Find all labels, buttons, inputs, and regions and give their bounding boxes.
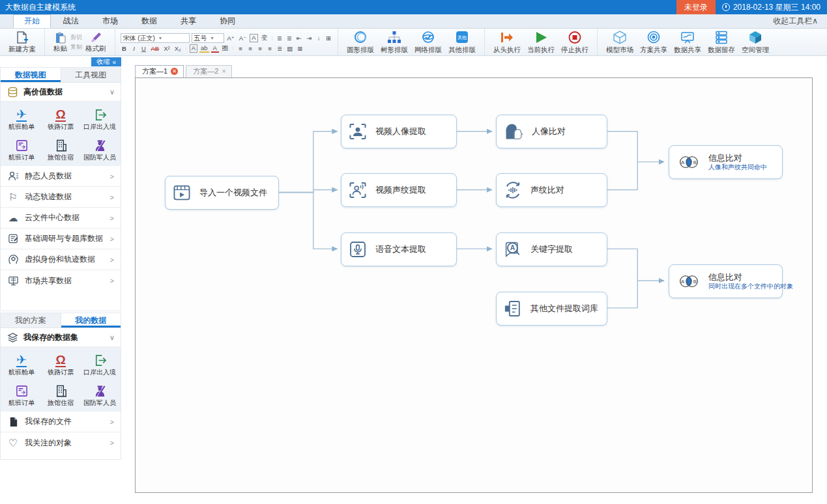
node-keyword-extract[interactable]: A 关键字提取 — [496, 232, 607, 266]
plan-tab-2[interactable]: 方案—2 ✕ — [186, 65, 232, 77]
new-plan-button[interactable]: 新建方案 — [5, 31, 39, 53]
dataset-border-entry[interactable]: 口岸出入境 — [80, 350, 119, 378]
menu-tab-tactics[interactable]: 战法 — [52, 14, 90, 28]
outdent-button[interactable]: ⇤ — [295, 35, 303, 42]
menu-tab-data[interactable]: 数据 — [130, 14, 168, 28]
run-from-start-button[interactable]: 从头执行 — [490, 30, 524, 54]
dataset-flight-order[interactable]: ✈ 航班订单 — [2, 380, 41, 409]
char-shading-button[interactable]: 圈 — [221, 44, 230, 53]
superscript-button[interactable]: X² — [162, 45, 171, 52]
tab-tool-view[interactable]: 工具视图 — [61, 68, 121, 82]
plan-tab-1[interactable]: 方案—1 ✕ — [135, 65, 184, 77]
paste-button[interactable]: 粘贴 — [50, 31, 70, 53]
plan-share-button[interactable]: 方案共享 — [637, 30, 671, 54]
font-color-button[interactable]: A — [211, 44, 219, 53]
highlight-color-button[interactable]: ab — [199, 44, 209, 53]
bullet-list-button[interactable]: ≣ — [276, 35, 283, 42]
menu-tab-market[interactable]: 市场 — [91, 14, 129, 28]
menu-tab-share[interactable]: 共享 — [169, 14, 207, 28]
sort-button[interactable]: ↓ — [315, 35, 323, 42]
node-info-compare-multi-file[interactable]: AB 信息比对 同时出现在多个文件中的对象 — [669, 264, 783, 298]
cut-button[interactable]: 剪切 — [70, 33, 82, 42]
char-frame-button[interactable]: A — [190, 44, 197, 52]
strikethrough-button[interactable]: AB — [150, 45, 161, 52]
underline-button[interactable]: U — [140, 45, 148, 52]
phonetic-guide-button[interactable]: 变 — [260, 34, 269, 42]
numbered-list-button[interactable]: ≣ — [285, 35, 293, 42]
bold-button[interactable]: B — [121, 45, 128, 52]
dataset-hotel-stay[interactable]: 旅馆住宿 — [41, 380, 80, 409]
venn-compare-icon: AB — [676, 273, 702, 290]
char-border-button[interactable]: A — [250, 34, 257, 42]
close-tab-icon[interactable]: ✕ — [171, 68, 178, 75]
login-status-badge[interactable]: 未登录 — [676, 0, 716, 14]
node-video-voiceprint-extract[interactable]: 视频声纹提取 — [341, 173, 457, 207]
node-video-face-extract[interactable]: 视频人像提取 — [341, 115, 457, 148]
subscript-button[interactable]: X₂ — [173, 45, 182, 52]
node-voiceprint-compare[interactable]: 声纹比对 — [496, 173, 607, 207]
node-speech-text-extract[interactable]: 语音文本提取 — [341, 232, 457, 266]
sidebar-item-dynamic-track-data[interactable]: ⚐ 动态轨迹数据 > — [1, 187, 121, 208]
borders-button[interactable]: ⊞ — [296, 45, 304, 52]
sidebar-item-research-topic-data[interactable]: 基础调研与专题库数据 > — [1, 229, 121, 249]
justify-button[interactable]: ≡ — [266, 45, 274, 52]
dataset-border-entry[interactable]: 口岸出入境 — [80, 104, 119, 133]
other-layout-button[interactable]: 其他 其他排版 — [445, 30, 479, 54]
circle-layout-button[interactable]: 圆形排版 — [343, 30, 377, 54]
sidebar-item-my-saved-files[interactable]: 我保存的文件 > — [1, 412, 121, 432]
sidebar-item-static-person-data[interactable]: 静态人员数据 > — [1, 166, 121, 187]
data-retention-button[interactable]: 数据留存 — [704, 30, 738, 54]
stop-run-button[interactable]: 停止执行 — [558, 30, 592, 54]
dataset-rail-ticket[interactable]: Ω 铁路订票 — [41, 350, 80, 378]
align-left-button[interactable]: ≡ — [237, 45, 244, 52]
shading-button[interactable]: ▤ — [285, 45, 294, 52]
align-center-button[interactable]: ≡ — [246, 45, 254, 52]
dataset-flight-manifest[interactable]: ✈ 航班舱单 — [2, 350, 41, 378]
sidebar-item-market-shared-data[interactable]: 市场共享数据 > — [1, 270, 121, 291]
flow-canvas[interactable]: 导入一个视频文件 视频人像提取 视频声纹提取 语音文 — [135, 77, 813, 493]
dataset-hotel-stay[interactable]: 旅馆住宿 — [41, 135, 80, 163]
data-share-button[interactable]: 数据共享 — [671, 30, 704, 54]
space-manage-button[interactable]: 空间管理 — [738, 30, 772, 54]
align-right-button[interactable]: ≡ — [256, 45, 264, 52]
dataset-military-personnel[interactable]: 国防军人员 — [80, 135, 119, 163]
close-tab-icon[interactable]: ✕ — [222, 68, 226, 74]
dataset-flight-manifest[interactable]: ✈ 航班舱单 — [2, 104, 41, 133]
italic-button[interactable]: I — [130, 45, 138, 52]
tab-data-view[interactable]: 数据视图 — [1, 68, 61, 82]
insert-table-button[interactable]: ⊞ — [325, 35, 332, 42]
font-size-select[interactable]: 五号▾ — [192, 33, 224, 43]
dataset-military-personnel[interactable]: 国防军人员 — [80, 380, 119, 409]
tab-my-plans[interactable]: 我的方案 — [1, 313, 61, 328]
model-market-button[interactable]: 模型市场 — [603, 30, 637, 54]
border-entry-icon — [93, 106, 107, 122]
copy-button[interactable]: 复制 — [70, 43, 82, 51]
sidebar-collapse-button[interactable]: 收缩 « — [91, 57, 121, 66]
collapse-left-icon: « — [112, 59, 116, 66]
other-layout-icon: 其他 — [454, 30, 470, 46]
indent-button[interactable]: ⇥ — [305, 35, 313, 42]
node-other-files-lexicon[interactable]: 其他文件提取词库 — [496, 292, 607, 326]
grow-font-button[interactable]: A⁺ — [226, 35, 236, 42]
node-face-compare[interactable]: 人像比对 — [496, 115, 607, 148]
shrink-font-button[interactable]: A⁻ — [238, 35, 248, 42]
font-name-select[interactable]: 宋体 (正文)▾ — [121, 33, 190, 43]
node-info-compare-face-voice[interactable]: AB 信息比对 人像和声纹共同命中 — [669, 145, 783, 179]
collapse-toolbar-button[interactable]: 收起工具栏∧ — [773, 16, 818, 27]
sidebar-item-virtual-identity-data[interactable]: 虚拟身份和轨迹数据 > — [1, 249, 121, 270]
section-saved-datasets[interactable]: 我保存的数据集 ∨ — [1, 328, 121, 347]
menu-tab-collab[interactable]: 协同 — [209, 14, 246, 28]
sidebar-item-my-followed-objects[interactable]: ♡ 我关注的对象 > — [1, 432, 121, 453]
dataset-rail-ticket[interactable]: Ω 铁路订票 — [41, 104, 80, 133]
run-current-button[interactable]: 当前执行 — [524, 30, 558, 54]
network-layout-button[interactable]: 网络排版 — [411, 30, 445, 54]
node-import-video-file[interactable]: 导入一个视频文件 — [165, 176, 279, 210]
format-painter-button[interactable]: 格式刷 — [82, 31, 109, 53]
tab-my-data[interactable]: 我的数据 — [61, 313, 121, 328]
sidebar-item-cloud-file-data[interactable]: ☁ 云文件中心数据 > — [1, 208, 121, 229]
menu-tab-start[interactable]: 开始 — [13, 14, 51, 28]
tree-layout-button[interactable]: 树形排版 — [377, 30, 411, 54]
dataset-flight-order[interactable]: ✈ 航班订单 — [2, 135, 41, 163]
line-spacing-button[interactable]: ≣ — [276, 45, 283, 52]
section-high-value-data[interactable]: 高价值数据 ∨ — [1, 83, 121, 102]
